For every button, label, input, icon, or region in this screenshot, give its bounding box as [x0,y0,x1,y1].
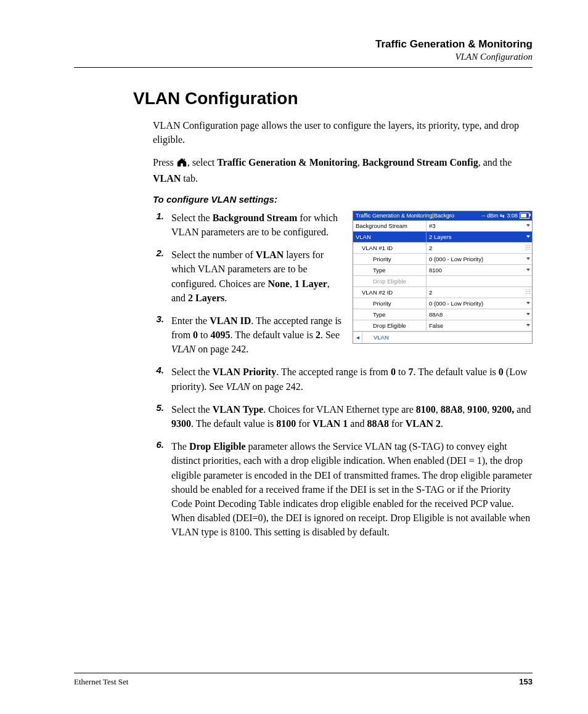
screenshot-row[interactable]: VLAN #2 ID2 [353,287,532,298]
screenshot-row[interactable]: VLAN #1 ID2 [353,243,532,254]
chapter-title: Traffic Generation & Monitoring [74,38,533,51]
step-number: 6. [153,439,164,539]
screenshot-row-value[interactable]: 2 [426,287,532,298]
nav-bold: Background Stream Config [362,157,478,168]
step-number: 3. [153,314,164,357]
screenshot-row-label: VLAN #1 ID [353,245,426,251]
footer-doc-title: Ethernet Test Set [74,677,519,687]
tab-vlan[interactable]: VLAN [362,334,389,341]
screenshot-row[interactable]: Drop Eligible [353,276,532,287]
chevron-down-icon [526,324,530,327]
screenshot-row-label: Background Stream [353,222,426,229]
screenshot-row-value[interactable]: 0 (000 - Low Priority) [426,298,532,309]
home-icon [176,156,187,171]
screenshot-row[interactable]: Drop EligibleFalse [353,320,532,331]
procedure-step: 4.Select the VLAN Priority. The accepted… [153,365,533,393]
screenshot-row-value[interactable]: False [426,320,532,331]
procedure-step: 1.Select the Background Stream for which… [153,211,345,239]
ui-screenshot-figure: Traffic Generation & Monitoring|Backgro … [353,211,533,344]
screenshot-row-value[interactable]: #3 [426,221,532,231]
screenshot-row-value[interactable]: 2 Layers [426,232,532,242]
step-number: 4. [153,365,164,393]
step-text: Select the number of VLAN layers for whi… [171,248,345,305]
clock-readout: 3:08 [507,213,518,219]
screenshot-row-label: Priority [353,300,426,307]
screenshot-row[interactable]: Background Stream#3 [353,221,532,232]
procedure-subhead: To configure VLAN settings: [153,194,533,205]
screenshot-row[interactable]: Type8100 [353,265,532,276]
step-text: Select the Background Stream for which V… [171,211,345,239]
screenshot-row-label: Type [353,311,426,318]
screenshot-row-label: VLAN #2 ID [353,289,426,296]
step-text: Select the VLAN Type. Choices for VLAN E… [171,402,533,431]
tab-scroll-left-icon[interactable]: ◂ [353,332,362,343]
step-text: Select the VLAN Priority. The accepted r… [171,365,533,393]
step-number: 5. [153,402,164,431]
screenshot-title-text: Traffic Generation & Monitoring|Backgro [356,213,454,219]
screenshot-tabbar: ◂ VLAN [353,331,532,343]
nav-text: , [357,157,362,168]
section-heading: VLAN Configuration [133,89,533,108]
procedure-step: 2.Select the number of VLAN layers for w… [153,248,345,305]
battery-icon [520,213,529,219]
screenshot-row-value[interactable]: 0 (000 - Low Priority) [426,254,532,264]
breadcrumb: VLAN Configuration [74,52,533,62]
page-footer: Ethernet Test Set 153 [74,673,533,687]
chevron-down-icon [526,235,530,238]
screenshot-row[interactable]: Priority0 (000 - Low Priority) [353,254,532,265]
screenshot-row-value[interactable] [426,276,532,286]
sync-icon: ⇆ [500,213,505,219]
step-number: 1. [153,211,164,239]
procedure-step: 5.Select the VLAN Type. Choices for VLAN… [153,402,533,431]
procedure-step: 3.Enter the VLAN ID. The accepted range … [153,314,345,357]
intro-paragraph: VLAN Configuration page allows the user … [153,118,533,147]
nav-text: , and the [478,157,512,168]
step-text: Enter the VLAN ID. The accepted range is… [171,314,345,357]
nav-text: , select [187,157,217,168]
header-rule [74,67,533,68]
screenshot-row-label: Priority [353,256,426,262]
screenshot-row[interactable]: VLAN2 Layers [353,232,532,243]
footer-page-number: 153 [519,677,533,687]
nav-text: tab. [181,173,198,184]
screenshot-titlebar: Traffic Generation & Monitoring|Backgro … [353,211,532,221]
nav-bold: VLAN [153,173,181,184]
nav-text: Press [153,157,176,168]
step-text: The Drop Eligible parameter allows the S… [171,439,533,539]
signal-readout: -- dBm [481,213,498,219]
screenshot-row-label: VLAN [353,233,426,240]
nav-paragraph: Press , select Traffic Generation & Moni… [153,155,533,185]
chevron-down-icon [526,313,530,315]
chevron-down-icon [526,302,530,304]
screenshot-row-label: Type [353,267,426,274]
nav-bold: Traffic Generation & Monitoring [217,157,357,168]
screenshot-row-label: Drop Eligible [353,322,426,329]
step-number: 2. [153,248,164,305]
screenshot-row[interactable]: Type88A8 [353,309,532,320]
grip-icon [525,289,530,295]
screenshot-row-value[interactable]: 88A8 [426,309,532,320]
screenshot-row-value[interactable]: 8100 [426,265,532,275]
screenshot-row-value[interactable]: 2 [426,243,532,253]
chevron-down-icon [526,258,530,260]
chevron-down-icon [526,224,530,227]
chevron-down-icon [526,269,530,271]
grip-icon [525,245,530,251]
screenshot-row[interactable]: Priority0 (000 - Low Priority) [353,298,532,309]
procedure-step: 6.The Drop Eligible parameter allows the… [153,439,533,539]
screenshot-row-label: Drop Eligible [353,278,426,285]
